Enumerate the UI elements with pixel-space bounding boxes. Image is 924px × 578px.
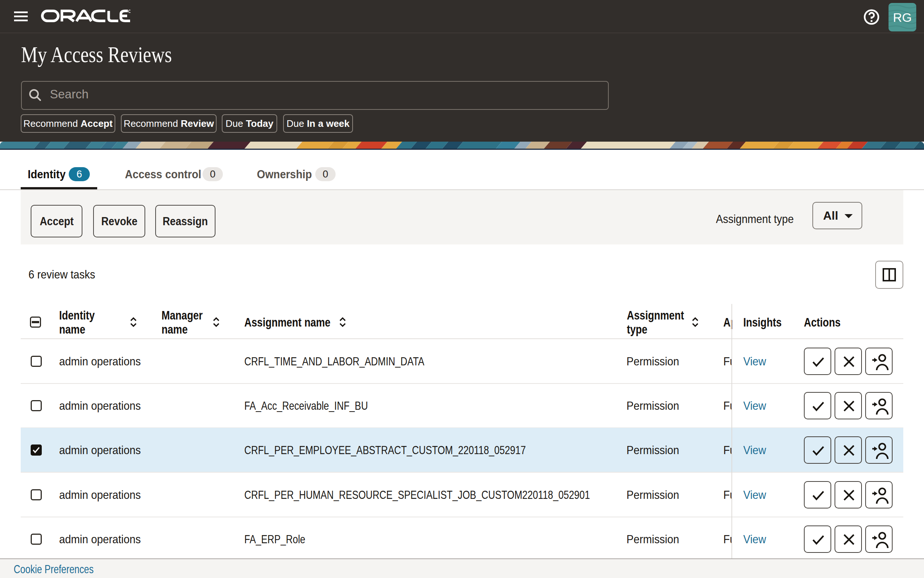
svg-text:RG: RG — [893, 10, 912, 24]
